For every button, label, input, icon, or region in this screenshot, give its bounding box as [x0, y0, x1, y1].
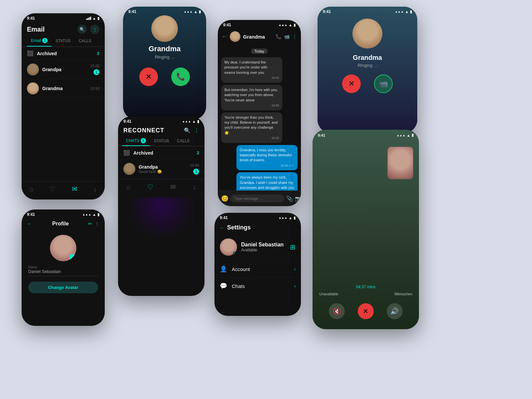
reject-button[interactable]: ✕: [139, 67, 158, 86]
settings-user-row[interactable]: Daniel Sebastian Available ⊞: [214, 234, 301, 260]
nav-download[interactable]: ↓: [93, 185, 97, 193]
phone-icon[interactable]: 📞: [276, 34, 281, 39]
phone-email: 9:41 ▲ ▮ Email 🔍 ⋮ Email 1 STATUS CALLS: [22, 13, 105, 200]
emoji-button[interactable]: 😊: [221, 195, 228, 202]
grandpa-time-r: 19.50: [190, 163, 199, 167]
more-icon-r[interactable]: ⋮: [194, 127, 199, 134]
grandpa-badge-r: 1: [193, 169, 199, 175]
archived-row[interactable]: ⬛ Archived 2: [22, 47, 105, 60]
reject-button-2[interactable]: ✕: [342, 74, 361, 93]
chat-item-grandma[interactable]: Grandma 19.50: [22, 79, 105, 98]
email-header: Email 🔍 ⋮: [22, 22, 105, 35]
nav-chat[interactable]: ✉: [72, 185, 77, 193]
nav-download-r[interactable]: ↓: [193, 183, 196, 191]
video-icon[interactable]: 📹: [284, 34, 290, 39]
search-button[interactable]: 🔍: [77, 25, 87, 34]
account-chevron: ›: [294, 266, 296, 272]
video-user-labels: Unavailable Mitmachen: [313, 292, 419, 296]
avatar-edit-badge[interactable]: ✓: [69, 254, 76, 261]
msg-5: You've always been my rock, Grandpa. I w…: [236, 172, 298, 191]
nav-home-r[interactable]: ⌂: [126, 183, 130, 191]
call-status: Ringing ...: [123, 55, 206, 60]
accept-button[interactable]: 📞: [171, 67, 190, 86]
phone-conversation: 9:41 ▲▲▲ ▲ ▮ ← Grandma 📞 📹 ⋮ Today My de…: [218, 20, 301, 206]
signal-icon-r: ▲▲▲: [182, 120, 191, 123]
chat-item-grandpa[interactable]: Grandpa 19.50 1: [22, 60, 105, 79]
nav-home[interactable]: ⌂: [30, 185, 34, 193]
tab-calls[interactable]: CALLS: [75, 35, 95, 47]
qr-icon[interactable]: ⊞: [290, 243, 296, 251]
wifi-video: ▲: [407, 133, 410, 137]
settings-user-name: Daniel Sebastian: [241, 242, 284, 248]
video-pip: [387, 146, 414, 180]
camera-button[interactable]: 📷: [295, 196, 301, 202]
battery-settings: ▮: [294, 216, 296, 220]
grandma-avatar: [27, 82, 39, 94]
signal-video: ▲▲▲: [396, 134, 405, 137]
name-label: Name: [28, 265, 98, 269]
message-input[interactable]: [230, 195, 284, 202]
call-buttons: ✕ 📞: [123, 60, 206, 91]
more-button[interactable]: ⋮: [90, 25, 99, 34]
attachment-button[interactable]: 📎: [286, 196, 293, 202]
search-icon-r[interactable]: 🔍: [184, 127, 191, 134]
end-call-button[interactable]: ✕: [358, 303, 374, 319]
tab-chats-r[interactable]: CHATS 4: [122, 136, 150, 146]
mute-button[interactable]: 🔇: [329, 303, 345, 319]
phone-settings: 9:41 ▲▲▲ ▲ ▮ ← Settings Daniel Sebastian…: [214, 213, 301, 316]
tab-calls-r[interactable]: CALLS: [173, 136, 194, 146]
battery-icon-call: ▮: [199, 10, 201, 14]
wifi-chat: ▲: [289, 23, 292, 27]
msg-2: But remember, I'm here with you, watchin…: [221, 85, 282, 110]
video-button-2[interactable]: 📹: [374, 74, 393, 93]
signal-profile: ▲▲▲: [82, 213, 91, 216]
edit-icon-profile[interactable]: ✏: [88, 221, 92, 226]
email-tab-bar: Email 1 STATUS CALLS: [22, 35, 105, 47]
reconnect-header: RECONNECT 🔍 ⋮: [118, 125, 204, 136]
more-icon-profile[interactable]: ⋮: [95, 221, 99, 226]
grandpa-info: Grandpa: [42, 67, 87, 72]
tab-email[interactable]: Email 1: [27, 35, 52, 47]
back-button[interactable]: ←: [222, 34, 227, 40]
archived-row-r[interactable]: ⬛ Archived 2: [118, 146, 204, 160]
more-icon-chat[interactable]: ⋮: [292, 34, 297, 39]
status-icons-call2: ▲▲▲ ▲ ▮: [395, 10, 412, 14]
email-header-icons: 🔍 ⋮: [77, 25, 99, 34]
reconnect-title: RECONNECT: [123, 127, 164, 134]
tab-status-r[interactable]: STATUS: [150, 136, 173, 146]
nav-heart[interactable]: ♡: [50, 185, 56, 193]
settings-item-account[interactable]: 👤 Account ›: [214, 260, 301, 277]
battery-call2: ▮: [410, 10, 412, 14]
signal-icon-call: ▲▲▲: [184, 10, 193, 13]
chat-header: ← Grandma 📞 📹 ⋮: [218, 29, 301, 45]
nav-chat-r[interactable]: ✉: [170, 183, 176, 191]
time-reconnect: 9:41: [123, 119, 131, 124]
battery-chat: ▮: [294, 23, 296, 27]
grandpa-meta-r: 19.50 1: [190, 163, 199, 175]
settings-user-status: Available: [241, 248, 284, 252]
change-avatar-button[interactable]: Change Avatar: [28, 282, 98, 293]
grandpa-meta: 19.50 1: [90, 64, 99, 75]
nav-heart-r[interactable]: ♡: [147, 183, 153, 191]
chat-item-grandpa-r[interactable]: Grandpa Good luck! 😀 19.50 1: [118, 160, 204, 179]
messages-area: Today My dear, I understand the pressure…: [218, 45, 301, 191]
archived-count: 2: [97, 51, 99, 56]
speaker-button[interactable]: 🔊: [387, 303, 403, 319]
status-bar-reconnect: 9:41 ▲▲▲ ▲ ▮: [118, 116, 204, 125]
call2-content: 9:41 ▲▲▲ ▲ ▮ Grandma Ringing ... ✕ 📹: [318, 7, 417, 98]
tab-status[interactable]: STATUS: [52, 35, 75, 47]
bottom-nav-reconnect: ⌂ ♡ ✉ ↓: [118, 179, 204, 198]
msg-1: My dear, I understand the pressure you'r…: [221, 57, 282, 83]
status-icons-reconnect: ▲▲▲ ▲ ▮: [182, 119, 199, 124]
reconnect-tab-bar: CHATS 4 STATUS CALLS: [118, 136, 204, 146]
grandma-meta: 19.50: [90, 86, 99, 90]
chat-action-icons: 📞 📹 ⋮: [276, 34, 297, 39]
status-bar-profile: 9:41 ▲▲▲ ▲ ▮: [22, 209, 105, 218]
settings-item-chats[interactable]: 💬 Chats ›: [214, 277, 301, 294]
status-icons-profile: ▲▲▲ ▲ ▮: [82, 212, 99, 217]
chat-contact-avatar: [230, 31, 240, 42]
profile-title: Profile: [52, 221, 69, 227]
settings-back-button[interactable]: ←: [220, 225, 224, 230]
profile-back-button[interactable]: ←: [27, 221, 33, 226]
time-video: 9:41: [318, 133, 325, 137]
